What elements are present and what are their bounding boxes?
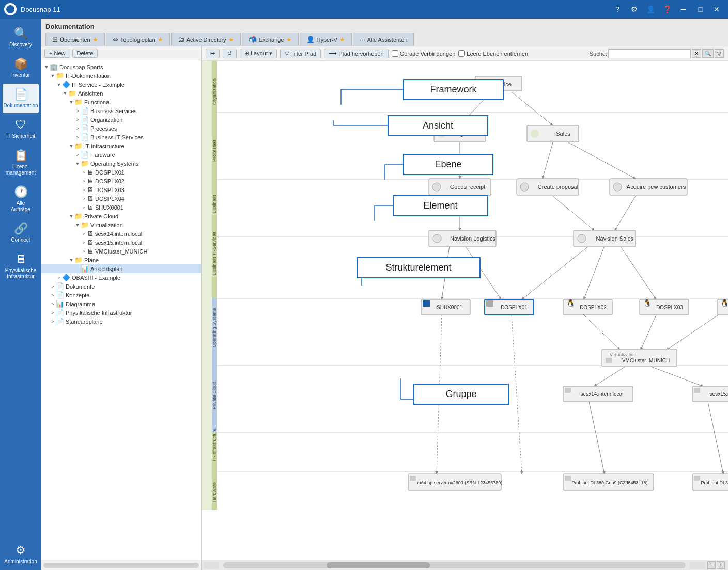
- tree-item-konzepte[interactable]: > 📄 Konzepte: [41, 291, 201, 299]
- tree-item-shux0001[interactable]: > 🖥 SHUX0001: [41, 203, 201, 212]
- tab-label-ad: Active Directory: [187, 37, 226, 43]
- tree-item-phys-infra[interactable]: > 📄 Physikalische Infrastruktur: [41, 308, 201, 317]
- sidebar-item-inventar[interactable]: 📦 Inventar: [3, 53, 39, 83]
- svg-rect-98: [606, 358, 612, 363]
- tree-content: ▼ 🏢 Docusnap Sports ▼ 📁 IT-Dokumentation…: [41, 60, 201, 560]
- maximize-btn[interactable]: □: [693, 2, 707, 17]
- zoom-in-btn[interactable]: +: [717, 561, 725, 569]
- search-go-btn[interactable]: 🔍: [702, 49, 714, 58]
- zoom-out-btn[interactable]: −: [707, 561, 716, 569]
- tree-h-scrollbar[interactable]: [43, 563, 199, 568]
- layout-btn[interactable]: ⊞ Layout ▾: [240, 49, 277, 58]
- tree-item-dosplx03[interactable]: > 🖥 DOSPLX03: [41, 185, 201, 194]
- tree-item-operating-systems[interactable]: ▼ 📁 Operating Systems: [41, 159, 201, 168]
- layout-label: Layout ▾: [251, 50, 272, 57]
- diagram-h-scrollbar[interactable]: [223, 562, 686, 568]
- expand-icon: >: [50, 302, 56, 307]
- tree-new-btn[interactable]: + New: [44, 49, 70, 58]
- tree-item-ansichtsplan[interactable]: 📊 Ansichtsplan: [41, 264, 201, 273]
- scroll-right-btn[interactable]: [690, 562, 705, 569]
- tree-item-docusnap-sports[interactable]: ▼ 🏢 Docusnap Sports: [41, 62, 201, 71]
- svg-line-57: [708, 402, 723, 474]
- scroll-left-btn[interactable]: [204, 562, 219, 569]
- svg-line-40: [568, 142, 636, 179]
- tree-item-standardplaene[interactable]: > 📄 Standardpläne: [41, 317, 201, 326]
- tab-icon-topologieplan: ⇔: [113, 36, 118, 43]
- help-btn[interactable]: ❓: [660, 2, 674, 17]
- sidebar-item-physikalische[interactable]: 🖥 PhysikalischeInfrastruktur: [3, 248, 39, 284]
- svg-point-73: [613, 183, 622, 191]
- svg-rect-82: [423, 300, 430, 307]
- tree-item-business-services[interactable]: > 📄 Business Services: [41, 106, 201, 115]
- tree-item-it-infrastructure[interactable]: ▼ 📁 IT-Infrastructure: [41, 141, 201, 150]
- tree-item-private-cloud[interactable]: ▼ 📁 Private Cloud: [41, 212, 201, 220]
- search-clear-btn[interactable]: ✕: [692, 49, 701, 58]
- remove-empty-checkbox[interactable]: [458, 50, 465, 57]
- sidebar-label-it-sicherheit: IT Sicherheit: [6, 133, 35, 139]
- tree-item-organization[interactable]: > 📄 Organization: [41, 115, 201, 124]
- tree-node-icon: 📊: [56, 300, 64, 308]
- sidebar-item-auftraege[interactable]: 🕐 AlleAufträge: [3, 181, 39, 217]
- tree-item-dosplx02[interactable]: > 🖥 DOSPLX02: [41, 177, 201, 185]
- sidebar-item-connect[interactable]: 🔗 Connect: [3, 218, 39, 247]
- filter-btn[interactable]: ▽ Filter Pfad: [280, 49, 321, 58]
- search-input[interactable]: [608, 49, 691, 58]
- remove-empty-label[interactable]: Leere Ebenen entfernen: [458, 50, 528, 57]
- tab-active-directory[interactable]: 🗂 Active Directory ★: [171, 33, 241, 46]
- tree-item-business-it[interactable]: > 📄 Business IT-Services: [41, 133, 201, 141]
- tree-item-hardware[interactable]: > 📄 Hardware: [41, 150, 201, 159]
- svg-text:SHUX0001: SHUX0001: [437, 305, 462, 310]
- remove-empty-text: Leere Ebenen entfernen: [467, 51, 528, 57]
- expand-icon: >: [74, 108, 81, 114]
- sidebar-item-dokumentation[interactable]: 📄 Dokumentation: [3, 84, 39, 113]
- tree-item-sesx15[interactable]: > 🖥 sesx15.intern.local: [41, 238, 201, 247]
- diagram-area: ↦ ↺ ⊞ Layout ▾ ▽ Filter Pfad ⟶ Pfad herv…: [202, 46, 728, 570]
- sidebar-item-lizenz[interactable]: 📋 Lizenz-management: [3, 145, 39, 180]
- tree-item-vmcluster[interactable]: > 🖥 VMCluster_MUNICH: [41, 247, 201, 256]
- tree-item-sesx14[interactable]: > 🖥 sesx14.intern.local: [41, 229, 201, 238]
- tree-item-plaene[interactable]: ▼ 📁 Pläne: [41, 256, 201, 264]
- tab-hyperv[interactable]: 👤 Hyper-V ★: [300, 33, 352, 46]
- straight-connections-label[interactable]: Gerade Verbindungen: [392, 50, 456, 57]
- tree-delete-btn[interactable]: Delete: [72, 49, 98, 58]
- tree-item-virtualization[interactable]: ▼ 📁 Virtualization: [41, 220, 201, 229]
- tree-item-diagramme[interactable]: > 📊 Diagramme: [41, 299, 201, 308]
- refresh-btn[interactable]: ↺: [223, 49, 237, 58]
- sidebar-item-administration[interactable]: ⚙ Administration: [3, 540, 39, 569]
- administration-icon: ⚙: [16, 544, 26, 557]
- tab-uebersichten[interactable]: ⊞ Übersichten ★: [45, 33, 105, 46]
- tree-item-ansichten[interactable]: ▼ 📁 Ansichten: [41, 89, 201, 98]
- tree-node-icon: 🖥: [87, 195, 94, 202]
- tab-topologieplan[interactable]: ⇔ Topologieplan ★: [106, 33, 170, 46]
- tree-item-dosplx04[interactable]: > 🖥 DOSPLX04: [41, 194, 201, 203]
- tree-item-it-service[interactable]: ▼ 🔷 IT Service - Example: [41, 80, 201, 89]
- layout-icon: ⊞: [244, 50, 249, 57]
- arrow-back-btn[interactable]: ↦: [206, 49, 220, 58]
- tree-item-processes[interactable]: > 📄 Processes: [41, 124, 201, 133]
- question-btn[interactable]: ?: [610, 2, 625, 17]
- settings-btn[interactable]: ⚙: [627, 2, 641, 17]
- straight-connections-checkbox[interactable]: [392, 50, 398, 57]
- tree-item-functional[interactable]: ▼ 📁 Functional: [41, 98, 201, 106]
- content-area: Dokumentation ⊞ Übersichten ★ ⇔ Topologi…: [41, 19, 728, 570]
- expand-icon: ▼: [50, 73, 56, 78]
- tree-item-it-dokumentation[interactable]: ▼ 📁 IT-Dokumentation: [41, 71, 201, 80]
- close-btn[interactable]: ✕: [709, 2, 724, 17]
- tree-item-obashi[interactable]: > 🔷 OBASHI - Example: [41, 273, 201, 282]
- search-filter-btn[interactable]: ▽: [715, 49, 724, 58]
- auftraege-icon: 🕐: [14, 185, 28, 199]
- tab-exchange[interactable]: 📬 Exchange ★: [242, 33, 299, 46]
- user-btn[interactable]: 👤: [643, 2, 658, 17]
- expand-icon: >: [81, 231, 87, 236]
- diagram-canvas[interactable]: Framework Ansicht Ebene Element Struktur…: [202, 61, 728, 560]
- minimize-btn[interactable]: ─: [676, 2, 691, 17]
- highlight-btn[interactable]: ⟶ Pfad hervorheben: [324, 49, 388, 58]
- tree-item-dosplx01[interactable]: > 🖥 DOSPLX01: [41, 168, 201, 177]
- tree-item-dokumente[interactable]: > 📄 Dokumente: [41, 282, 201, 291]
- svg-text:Goods receipt: Goods receipt: [450, 184, 485, 190]
- tab-alle-assistenten[interactable]: ··· Alle Assistenten: [353, 33, 414, 46]
- sidebar-item-discovery[interactable]: 🔍 Discovery: [3, 23, 39, 52]
- search-box: Suche: ✕ 🔍 ▽: [590, 49, 724, 58]
- sidebar-item-it-sicherheit[interactable]: 🛡 IT Sicherheit: [3, 114, 39, 144]
- svg-text:Hardware: Hardware: [212, 482, 217, 502]
